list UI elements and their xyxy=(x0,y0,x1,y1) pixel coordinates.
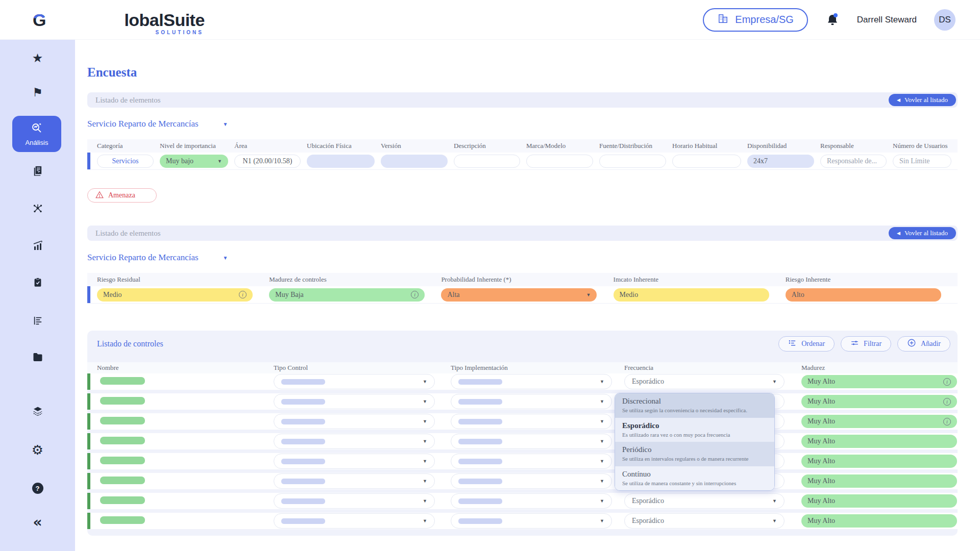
tipo-control-select[interactable]: ▼ xyxy=(274,374,435,389)
sidebar-item-documents[interactable] xyxy=(0,161,75,180)
user-avatar[interactable]: DS xyxy=(934,9,955,31)
page-title: Encuesta xyxy=(87,65,137,80)
dropdown-option-discrecional[interactable]: Discrecional Se utiliza según la conveni… xyxy=(615,393,774,418)
gear-icon: ⚙ xyxy=(32,443,43,457)
tipo-control-select[interactable]: ▼ xyxy=(274,473,435,489)
chevron-down-icon: ▼ xyxy=(600,439,604,444)
frecuencia-select[interactable]: Esporádico▼ xyxy=(624,513,785,529)
sidebar-item-tasks[interactable] xyxy=(0,273,75,291)
tipo-implementacion-select[interactable]: ▼ xyxy=(451,434,612,449)
responsable-field[interactable]: Responsable de... xyxy=(820,155,887,168)
clipboard-check-icon xyxy=(32,277,43,288)
notifications-bell-icon[interactable] xyxy=(825,12,840,28)
madurez-pill[interactable]: Muy Alto xyxy=(801,395,957,408)
chevron-down-icon: ▼ xyxy=(600,518,604,523)
dropdown-option-esporadico[interactable]: Esporádico Es utilizado rara vez o con m… xyxy=(615,418,774,442)
sidebar-item-reports[interactable] xyxy=(0,311,75,330)
tipo-implementacion-select[interactable]: ▼ xyxy=(451,454,612,469)
tipo-control-select[interactable]: ▼ xyxy=(274,513,435,529)
sort-button[interactable]: Ordenar xyxy=(778,336,835,352)
sidebar-item-flags[interactable]: ⚑ xyxy=(0,83,75,102)
col-riesgo-inherente: Riesgo Inherente xyxy=(786,276,958,284)
info-icon[interactable] xyxy=(943,398,951,406)
sidebar-collapse-button[interactable]: « xyxy=(0,513,75,532)
disponibilidad-field[interactable]: 24x7 xyxy=(747,155,814,168)
chevron-down-icon: ▼ xyxy=(600,379,604,384)
numero-usuarios-field[interactable]: Sin Límite xyxy=(893,155,951,168)
nivel-importancia-select[interactable]: Muy bajo▼ xyxy=(160,155,228,168)
tipo-implementacion-select[interactable]: ▼ xyxy=(451,513,612,529)
row-accent-bar xyxy=(87,453,90,469)
left-sidebar: ★ ⚑ Análisis xyxy=(0,40,75,551)
frecuencia-select[interactable]: Esporádico▼ xyxy=(624,374,785,389)
info-icon[interactable] xyxy=(411,291,419,298)
tipo-implementacion-select[interactable]: ▼ xyxy=(451,414,612,429)
row-accent-bar xyxy=(87,513,90,529)
tipo-control-select[interactable]: ▼ xyxy=(274,394,435,409)
col-disponibilidad: Disponibilidad xyxy=(747,142,820,150)
fuente-distribucion-field[interactable] xyxy=(599,155,666,168)
dropdown-option-continuo[interactable]: Contínuo Se utiliza de manera constante … xyxy=(615,466,774,491)
option-description: Se utiliza en intervalos regulares o de … xyxy=(622,456,767,462)
tipo-control-select[interactable]: ▼ xyxy=(274,493,435,509)
chevron-down-icon: ▼ xyxy=(772,518,777,523)
sidebar-item-folder[interactable] xyxy=(0,348,75,366)
madurez-pill: Muy Alto xyxy=(801,514,957,528)
madurez-pill[interactable]: Muy Alto xyxy=(801,415,957,428)
element-table-header: Categoría Nivel de importancia Área Ubic… xyxy=(87,139,958,153)
sidebar-item-statistics[interactable] xyxy=(0,236,75,255)
back-to-list-button[interactable]: ◀ Vovler al listado xyxy=(889,94,956,106)
tipo-implementacion-select[interactable]: ▼ xyxy=(451,374,612,389)
option-description: Se utiliza de manera constante y sin int… xyxy=(622,480,767,486)
ubicacion-fisica-field[interactable] xyxy=(307,155,375,168)
option-label: Esporádico xyxy=(622,421,767,430)
sidebar-item-network[interactable] xyxy=(0,199,75,217)
probabilidad-inherente-select[interactable]: Alta▼ xyxy=(441,288,597,302)
collapse-chevrons-icon: « xyxy=(33,515,42,530)
info-icon[interactable] xyxy=(943,418,951,425)
col-riesgo-residual: Riesgo Residual xyxy=(97,276,269,284)
info-icon[interactable] xyxy=(943,378,951,386)
tipo-implementacion-select[interactable]: ▼ xyxy=(451,394,612,409)
info-icon[interactable] xyxy=(239,291,247,298)
element-selector[interactable]: Servicio Reparto de Mercancías ▼ xyxy=(87,119,228,129)
dropdown-option-periodico[interactable]: Periódico Se utiliza en intervalos regul… xyxy=(615,442,774,466)
tipo-control-select[interactable]: ▼ xyxy=(274,454,435,469)
tipo-implementacion-select[interactable]: ▼ xyxy=(451,493,612,509)
sidebar-item-favorites[interactable]: ★ xyxy=(0,49,75,67)
add-button[interactable]: Añadir xyxy=(897,336,950,352)
sidebar-item-help[interactable]: ? xyxy=(0,479,75,497)
madurez-controles-pill[interactable]: Muy Baja xyxy=(269,288,425,302)
control-name-placeholder xyxy=(100,397,145,405)
marca-modelo-field[interactable] xyxy=(526,155,593,168)
area-field[interactable]: N1 (20.00/10.58) xyxy=(234,155,301,168)
tipo-control-select[interactable]: ▼ xyxy=(274,414,435,429)
back-button-label: Vovler al listado xyxy=(904,96,948,104)
user-name[interactable]: Darrell Steward xyxy=(857,15,917,25)
element-selector-2[interactable]: Servicio Reparto de Mercancías ▼ xyxy=(87,253,228,263)
frecuencia-select[interactable]: Esporádico▼ xyxy=(624,493,785,509)
descripcion-field[interactable] xyxy=(454,155,520,168)
amenaza-badge[interactable]: Amenaza xyxy=(87,188,157,203)
riesgo-residual-pill[interactable]: Medio xyxy=(97,288,253,302)
horario-habitual-field[interactable] xyxy=(672,155,741,168)
col-tipo-control: Tipo Control xyxy=(274,364,451,372)
sidebar-item-analisis[interactable]: Análisis xyxy=(12,116,61,152)
folder-icon xyxy=(32,351,44,363)
tipo-control-select[interactable]: ▼ xyxy=(274,434,435,449)
tipo-implementacion-select[interactable]: ▼ xyxy=(451,473,612,489)
sidebar-item-layers[interactable] xyxy=(0,402,75,420)
version-field[interactable] xyxy=(381,155,448,168)
main-content: Encuesta Listado de elementos ◀ Vovler a… xyxy=(75,40,980,551)
control-row: ▼ ▼ Esporádico▼ Muy Alto xyxy=(87,493,958,509)
bar-chart-icon xyxy=(32,239,44,252)
filter-button[interactable]: Filtrar xyxy=(841,336,891,352)
chevron-down-icon: ▼ xyxy=(423,459,427,464)
sidebar-item-settings[interactable]: ⚙ xyxy=(0,441,75,459)
madurez-pill[interactable]: Muy Alto xyxy=(801,375,957,388)
controls-title: Listado de controles xyxy=(97,339,163,348)
col-version: Versión xyxy=(381,142,454,150)
company-selector-button[interactable]: Empresa/SG xyxy=(703,8,807,32)
back-to-list-button-2[interactable]: ◀ Vovler al listado xyxy=(889,227,956,239)
categoria-field[interactable]: Servicios xyxy=(97,155,154,168)
